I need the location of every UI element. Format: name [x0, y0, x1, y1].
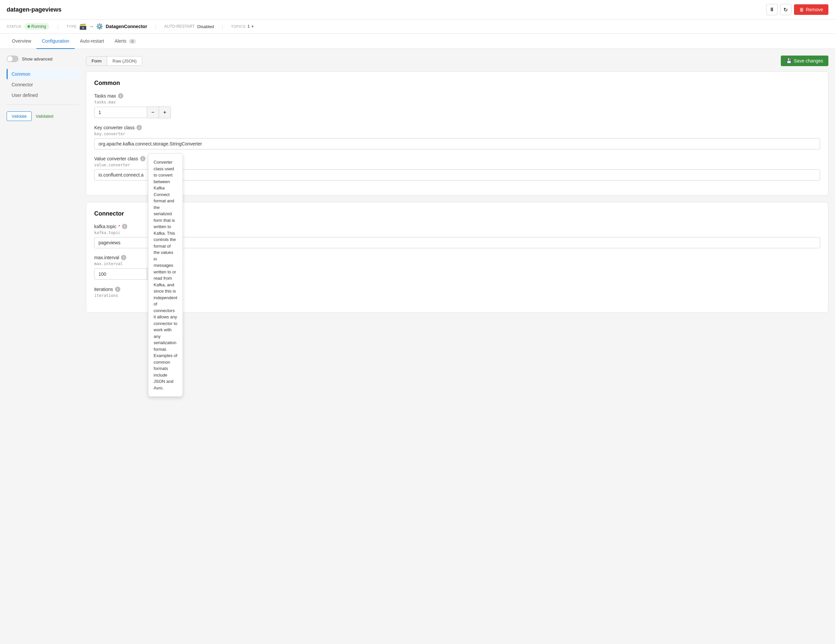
save-icon: 💾: [786, 58, 792, 63]
kafka-topic-field: kafka.topic * i kafka.topic: [94, 224, 820, 248]
tasks-max-increment[interactable]: +: [159, 106, 171, 118]
tasks-max-decrement[interactable]: −: [147, 106, 159, 118]
sidebar-item-common[interactable]: Common: [6, 69, 80, 79]
save-changes-button[interactable]: 💾 Save changes: [781, 55, 829, 66]
max-interval-field: max.interval i max.interval − +: [94, 255, 820, 280]
max-interval-key: max.interval: [94, 262, 820, 266]
status-running-badge: Running: [24, 23, 50, 30]
validated-text: Validated: [36, 114, 53, 119]
topics-label: TOPICS: [231, 24, 245, 28]
topics-item: TOPICS 1 ▾: [231, 24, 253, 29]
value-converter-input[interactable]: [94, 169, 820, 181]
sidebar-item-user-defined[interactable]: User defined: [6, 90, 80, 101]
tab-auto-restart[interactable]: Auto-restart: [75, 34, 109, 49]
max-interval-label: max.interval i: [94, 255, 820, 260]
auto-restart-item: AUTO-RESTART Disabled: [164, 24, 214, 29]
auto-restart-label: AUTO-RESTART: [164, 24, 195, 29]
main-container: Show advanced Common Connector User defi…: [0, 49, 835, 640]
iterations-label: iterations i: [94, 287, 820, 292]
iterations-field: iterations i iterations: [94, 287, 820, 298]
tasks-max-field: Tasks max i tasks.max − +: [94, 93, 820, 118]
tasks-max-input[interactable]: [94, 107, 147, 118]
pause-button[interactable]: ⏸: [766, 4, 778, 15]
kafka-topic-info-icon[interactable]: i: [122, 224, 127, 229]
sidebar-actions: Validate Validated: [6, 111, 80, 121]
divider-1: |: [57, 24, 58, 29]
refresh-icon: ↻: [783, 7, 788, 13]
app-header: datagen-pageviews ⏸ ↻ 🗑 Remove: [0, 0, 835, 20]
type-item: TYPE 🗃️ → ⚙️ DatagenConnector: [67, 23, 147, 30]
iterations-info-icon[interactable]: i: [115, 287, 120, 292]
tab-configuration[interactable]: Configuration: [36, 34, 75, 49]
show-advanced-toggle[interactable]: [6, 55, 18, 62]
tab-overview[interactable]: Overview: [6, 34, 36, 49]
sidebar-item-connector[interactable]: Connector: [6, 79, 80, 90]
connector-section: Connector kafka.topic * i kafka.topic ma…: [86, 202, 829, 313]
value-converter-label: Value converter class i Converter class …: [94, 156, 820, 161]
type-label: TYPE: [67, 24, 77, 28]
remove-button[interactable]: 🗑 Remove: [794, 4, 829, 15]
toggle-row: Show advanced: [6, 55, 80, 62]
common-section-title: Common: [94, 80, 820, 86]
connector-name: DatagenConnector: [106, 24, 147, 29]
kafka-topic-input[interactable]: [94, 237, 820, 248]
value-converter-field: Value converter class i Converter class …: [94, 156, 820, 181]
header-actions: ⏸ ↻ 🗑 Remove: [766, 4, 829, 15]
pause-icon: ⏸: [769, 7, 775, 13]
tasks-max-key: tasks.max: [94, 100, 820, 104]
value-converter-info-icon[interactable]: i: [140, 156, 145, 161]
tab-alerts[interactable]: Alerts 0: [109, 34, 141, 49]
content-area: Form Raw (JSON) 💾 Save changes Common Ta…: [86, 55, 829, 633]
app-title: datagen-pageviews: [6, 6, 62, 13]
key-converter-info-icon[interactable]: i: [136, 125, 142, 130]
alerts-badge: 0: [129, 39, 135, 44]
running-dot: [28, 25, 30, 28]
key-converter-field: Key converter class i key.converter: [94, 125, 820, 150]
auto-restart-value: Disabled: [197, 24, 214, 29]
status-bar: STATUS Running | TYPE 🗃️ → ⚙️ DatagenCon…: [0, 20, 835, 34]
max-interval-stepper: − +: [94, 268, 820, 280]
sidebar-nav: Common Connector User defined: [6, 69, 80, 101]
topics-count: 1: [248, 24, 250, 29]
show-advanced-label: Show advanced: [22, 57, 52, 62]
status-item: STATUS Running: [6, 23, 49, 30]
kafka-topic-required: *: [119, 224, 120, 229]
max-interval-input[interactable]: [94, 268, 147, 280]
form-toggle-btn[interactable]: Form: [86, 57, 107, 65]
connector-section-title: Connector: [94, 210, 820, 217]
tasks-max-stepper: − +: [94, 106, 820, 118]
tasks-max-info-icon[interactable]: i: [118, 93, 123, 99]
status-value: Running: [31, 24, 46, 29]
tasks-max-label: Tasks max i: [94, 93, 820, 99]
value-converter-tooltip: Converter class used to convert between …: [148, 153, 183, 397]
raw-json-toggle-btn[interactable]: Raw (JSON): [107, 57, 142, 65]
iterations-key: iterations: [94, 293, 820, 298]
divider-3: |: [222, 24, 223, 29]
divider-2: |: [155, 24, 156, 29]
common-section: Common Tasks max i tasks.max − + Key con…: [86, 72, 829, 195]
nav-tabs: Overview Configuration Auto-restart Aler…: [0, 34, 835, 49]
remove-icon: 🗑: [799, 7, 804, 12]
type-icons: 🗃️ → ⚙️: [80, 23, 103, 30]
max-interval-info-icon[interactable]: i: [121, 255, 126, 260]
sidebar-divider: [6, 104, 80, 105]
key-converter-key: key.converter: [94, 132, 820, 136]
status-label: STATUS: [6, 24, 21, 28]
key-converter-input[interactable]: [94, 138, 820, 150]
key-converter-label: Key converter class i: [94, 125, 820, 130]
validate-button[interactable]: Validate: [6, 111, 32, 121]
refresh-button[interactable]: ↻: [780, 4, 791, 15]
form-raw-toggle: Form Raw (JSON): [86, 56, 142, 66]
content-toolbar: Form Raw (JSON) 💾 Save changes: [86, 55, 829, 66]
chevron-down-icon[interactable]: ▾: [252, 24, 253, 29]
toggle-knob: [7, 56, 13, 62]
value-converter-info-container: i Converter class used to convert betwee…: [140, 156, 145, 161]
value-converter-key: value.converter: [94, 163, 820, 167]
kafka-topic-label: kafka.topic * i: [94, 224, 820, 229]
kafka-topic-key: kafka.topic: [94, 231, 820, 235]
sidebar: Show advanced Common Connector User defi…: [6, 55, 86, 633]
